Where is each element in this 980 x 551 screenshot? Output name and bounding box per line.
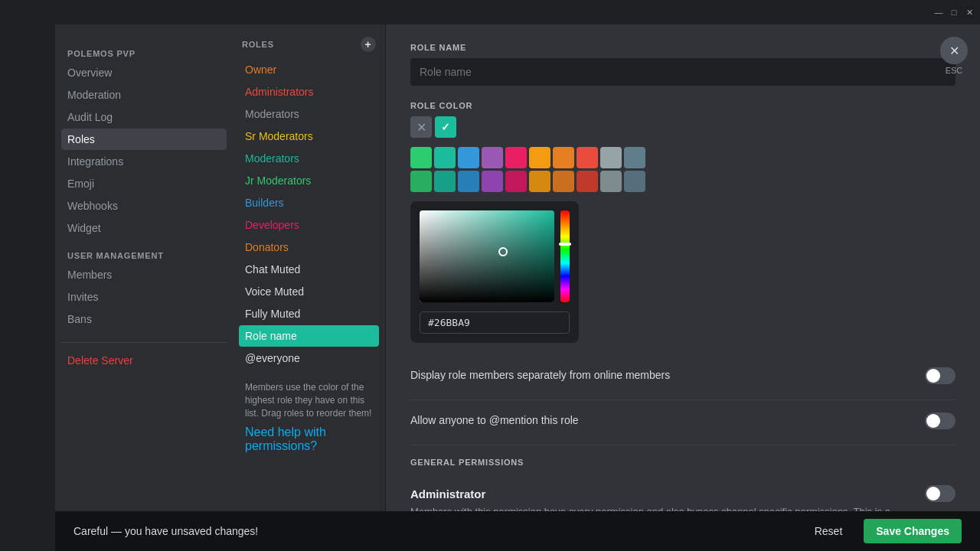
sidebar-item-members[interactable]: Members [61, 264, 227, 285]
user-management-label: USER MANAGEMENT [61, 245, 227, 263]
main-content: ✕ ESC ROLE NAME ROLE COLOR ✕ [386, 24, 980, 551]
sidebar-item-emoji[interactable]: Emoji [61, 173, 227, 194]
sidebar-item-moderation[interactable]: Moderation [61, 84, 227, 106]
permission-administrator-toggle[interactable] [925, 485, 956, 502]
display-separate-row: Display role members separately from onl… [410, 367, 956, 384]
sidebar-item-delete-server[interactable]: Delete Server [61, 350, 227, 371]
color-cell[interactable] [434, 147, 456, 168]
server-nav [0, 24, 55, 551]
color-cell[interactable] [505, 171, 527, 192]
sidebar-item-invites[interactable]: Invites [61, 286, 227, 308]
display-separate-label: Display role members separately from onl… [410, 368, 670, 383]
role-name-label: ROLE NAME [410, 43, 956, 52]
color-hex-input[interactable] [420, 311, 570, 334]
color-cell[interactable] [458, 147, 479, 168]
role-item-moderators-top[interactable]: Moderators [239, 103, 379, 125]
save-changes-button[interactable]: Save Changes [864, 519, 962, 543]
color-cell[interactable] [482, 171, 503, 192]
sidebar-item-audit-log[interactable]: Audit Log [61, 106, 227, 128]
allow-mention-toggle[interactable] [925, 412, 956, 429]
color-swatch-teal[interactable] [435, 116, 456, 138]
color-cell[interactable] [410, 147, 432, 168]
server-section-label: POLEMOS PVP [61, 43, 227, 61]
role-item-jr-moderators[interactable]: Jr Moderators [239, 170, 379, 191]
titlebar: — □ ✕ [0, 0, 980, 24]
allow-mention-permission: Allow anyone to @mention this role [410, 400, 956, 445]
role-item-builders[interactable]: Builders [239, 192, 379, 214]
role-item-donators[interactable]: Donators [239, 236, 379, 258]
role-item-administrators[interactable]: Administrators [239, 81, 379, 103]
allow-mention-row: Allow anyone to @mention this role [410, 412, 956, 429]
sidebar-item-roles[interactable]: Roles [61, 129, 227, 150]
role-item-voice-muted[interactable]: Voice Muted [239, 281, 379, 302]
color-cursor[interactable] [498, 247, 508, 256]
color-cell[interactable] [577, 171, 598, 192]
display-separate-toggle[interactable] [925, 367, 956, 384]
permission-administrator-row: Administrator [410, 485, 956, 502]
sidebar-item-integrations[interactable]: Integrations [61, 151, 227, 172]
color-cell[interactable] [624, 147, 645, 168]
allow-mention-label: Allow anyone to @mention this role [410, 413, 579, 429]
display-separate-permission: Display role members separately from onl… [410, 355, 956, 400]
role-item-role-name[interactable]: Role name [239, 325, 379, 347]
reset-button[interactable]: Reset [805, 520, 852, 542]
hue-thumb [559, 243, 571, 246]
color-picker-popup [410, 201, 579, 343]
sidebar-item-overview[interactable]: Overview [61, 62, 227, 83]
color-cell[interactable] [600, 147, 622, 168]
general-permissions-label: GENERAL PERMISSIONS [410, 458, 956, 467]
color-cell[interactable] [553, 147, 574, 168]
maximize-button[interactable]: □ [949, 8, 959, 17]
color-cell[interactable] [624, 171, 645, 192]
minimize-button[interactable]: — [934, 8, 943, 17]
role-item-owner[interactable]: Owner [239, 59, 379, 80]
close-button[interactable]: ✕ [965, 8, 974, 17]
color-gradient-canvas[interactable] [420, 210, 554, 302]
esc-label: ESC [946, 66, 963, 75]
role-item-developers[interactable]: Developers [239, 214, 379, 236]
color-cell[interactable] [410, 171, 432, 192]
color-cell[interactable] [434, 171, 456, 192]
unsaved-changes-text: Careful — you have unsaved changes! [74, 525, 793, 537]
roles-help-text: Members use the color of the highest rol… [239, 375, 379, 425]
bottom-bar: Careful — you have unsaved changes! Rese… [55, 511, 980, 551]
roles-header: ROLES + [239, 34, 379, 58]
add-role-button[interactable]: + [361, 37, 376, 52]
role-item-fully-muted[interactable]: Fully Muted [239, 303, 379, 324]
color-cell[interactable] [600, 171, 622, 192]
sidebar-item-widget[interactable]: Widget [61, 217, 227, 239]
color-swatches-row: ✕ [410, 116, 956, 138]
color-cell[interactable] [505, 147, 527, 168]
color-cell[interactable] [529, 171, 550, 192]
color-cell[interactable] [458, 171, 479, 192]
role-item-everyone[interactable]: @everyone [239, 347, 379, 369]
esc-icon: ✕ [940, 37, 968, 64]
main-container: POLEMOS PVP Overview Moderation Audit Lo… [0, 24, 980, 551]
color-grid [410, 147, 956, 192]
hue-slider[interactable] [560, 210, 570, 302]
role-name-input[interactable] [410, 58, 956, 86]
sidebar-item-bans[interactable]: Bans [61, 308, 227, 330]
color-cell[interactable] [577, 147, 598, 168]
roles-panel: ROLES + Owner Administrators Moderators … [233, 24, 386, 551]
role-item-moderators[interactable]: Moderators [239, 148, 379, 169]
color-cell[interactable] [553, 171, 574, 192]
color-swatch-none[interactable]: ✕ [410, 116, 432, 138]
color-cell[interactable] [482, 147, 503, 168]
color-cell[interactable] [529, 147, 550, 168]
roles-help-link[interactable]: Need help with permissions? [245, 425, 326, 452]
role-color-label: ROLE COLOR [410, 101, 956, 110]
settings-sidebar: POLEMOS PVP Overview Moderation Audit Lo… [55, 24, 233, 551]
role-item-sr-moderators[interactable]: Sr Moderators [239, 126, 379, 147]
sidebar-item-webhooks[interactable]: Webhooks [61, 195, 227, 217]
permission-administrator-name: Administrator [410, 487, 485, 500]
role-item-chat-muted[interactable]: Chat Muted [239, 259, 379, 280]
esc-button[interactable]: ✕ ESC [940, 37, 968, 75]
color-section: ROLE COLOR ✕ [410, 101, 956, 343]
